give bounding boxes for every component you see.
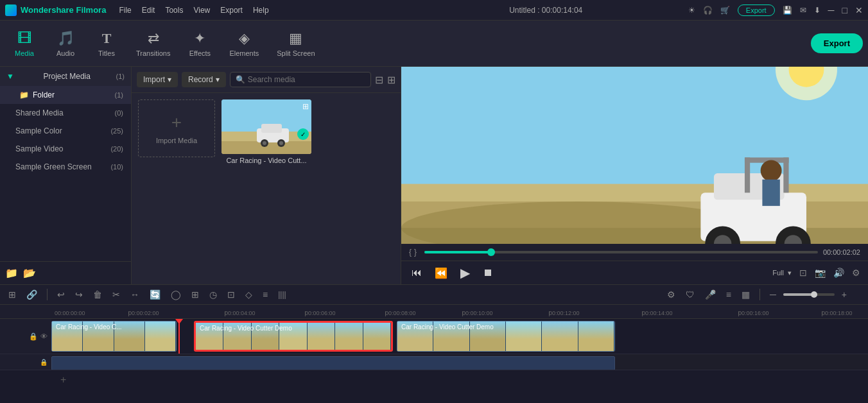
mail-icon[interactable]: ✉ (800, 6, 806, 15)
menu-file[interactable]: File (119, 6, 131, 15)
sidebar-item-sample-green-screen[interactable]: Sample Green Screen (10) (0, 158, 131, 176)
equalizer-button[interactable]: ≡ (259, 287, 271, 302)
audio-icon: 🎵 (57, 30, 74, 47)
maximize-button[interactable]: □ (842, 5, 847, 15)
audio-track-content (51, 354, 868, 370)
record-button[interactable]: Record ▾ (182, 72, 226, 87)
mic-button[interactable]: 🎤 (702, 287, 719, 302)
sidebar-item-shared-media[interactable]: Shared Media (0) (0, 104, 131, 122)
zoom-out-button[interactable]: ─ (767, 287, 779, 302)
zoom-slider[interactable] (783, 293, 835, 296)
rewind-button[interactable]: ⏮ (409, 264, 424, 282)
frames-button[interactable]: ▦ (738, 287, 753, 302)
minimize-button[interactable]: ─ (828, 5, 835, 15)
save-icon[interactable]: 💾 (783, 6, 792, 15)
filter-icon[interactable]: ⊟ (375, 74, 383, 86)
audio-track-row: 🔒 (0, 354, 868, 370)
full-screen-icon[interactable]: ⊡ (799, 268, 807, 278)
media-thumbnail-car-racing[interactable]: ⊞ ✓ Car Racing - Video Cutt... (221, 99, 311, 278)
zoom-control[interactable]: Full ▾ (772, 268, 792, 278)
eye-icon[interactable]: 👁 (40, 332, 48, 340)
progress-handle[interactable] (487, 248, 495, 256)
waveform-button[interactable]: |||| (275, 288, 289, 301)
close-button[interactable]: ✕ (855, 5, 863, 15)
menu-tools[interactable]: Tools (165, 6, 183, 15)
redo-button[interactable]: ↪ (72, 287, 86, 302)
camera-icon[interactable]: 📷 (815, 268, 826, 278)
undo-button[interactable]: ↩ (54, 287, 68, 302)
audio-lock-icon[interactable]: 🔒 (40, 359, 48, 366)
transform-button[interactable]: 🔄 (146, 287, 164, 302)
lock-icon[interactable]: 🔒 (29, 332, 38, 341)
clip-label: Car Racing - Video Cutt... (221, 157, 311, 164)
progress-bar[interactable] (424, 251, 818, 253)
new-folder-icon[interactable]: 📁 (5, 267, 18, 279)
zoom-in-button[interactable]: + (838, 287, 850, 302)
menu-export[interactable]: Export (220, 6, 243, 15)
delete-button[interactable]: 🗑 (90, 287, 105, 302)
sun-icon[interactable]: ☀ (688, 6, 695, 15)
cut-button[interactable]: ✂ (109, 287, 123, 302)
tool-split-screen[interactable]: ▦ Split Screen (269, 26, 322, 61)
headset-icon[interactable]: 🎧 (703, 6, 713, 15)
step-back-button[interactable]: ⏪ (432, 264, 450, 282)
cart-icon[interactable]: 🛒 (720, 6, 730, 15)
connect-button[interactable]: 🔗 (23, 287, 40, 302)
search-input[interactable] (248, 75, 365, 84)
menu-help[interactable]: Help (253, 6, 269, 15)
progress-fill (424, 251, 491, 253)
clip-2[interactable]: Car Racing - Video Cutter Demo (194, 321, 393, 352)
folder-open-icon[interactable]: 📂 (23, 267, 36, 279)
media-toolbar: Import ▾ Record ▾ 🔍 ⊟ ⊞ (132, 67, 401, 93)
menu-view[interactable]: View (193, 6, 210, 15)
tool-elements[interactable]: ◈ Elements (221, 26, 266, 61)
auto-button[interactable]: ◇ (242, 287, 256, 302)
svg-rect-22 (783, 157, 788, 193)
audio-clip-1[interactable] (51, 356, 615, 370)
tool-audio[interactable]: 🎵 Audio (46, 26, 85, 61)
color-button[interactable]: ◯ (168, 287, 184, 302)
sidebar-item-folder[interactable]: 📁 Folder (1) (0, 86, 131, 104)
video-track-row: 🔒 👁 Car Racing - Video C... (0, 319, 868, 354)
sidebar-item-sample-video[interactable]: Sample Video (20) (0, 140, 131, 158)
sample-green-screen-count: (10) (110, 163, 123, 171)
import-media-tile[interactable]: + Import Media (138, 99, 215, 157)
crop-button[interactable]: ↔ (127, 287, 143, 302)
volume-icon[interactable]: 🔊 (833, 268, 844, 278)
shield-button[interactable]: 🛡 (682, 287, 698, 302)
tool-media-label: Media (15, 49, 34, 57)
settings-button[interactable]: ⚙ (664, 287, 679, 302)
bracket-in-icon[interactable]: { (409, 248, 412, 257)
export-button[interactable]: Export (811, 33, 863, 53)
keyframe-button[interactable]: ⊡ (224, 287, 238, 302)
clip-3[interactable]: Car Racing - Video Cutter Demo (397, 321, 615, 352)
sidebar-item-sample-color[interactable]: Sample Color (25) (0, 122, 131, 140)
timer-button[interactable]: ◷ (206, 287, 220, 302)
clip-1[interactable]: Car Racing - Video C... (51, 321, 177, 352)
menu-edit[interactable]: Edit (142, 6, 155, 15)
tool-transitions[interactable]: ⇄ Transitions (128, 26, 178, 61)
split-button[interactable]: ⊞ (188, 287, 202, 302)
stop-button[interactable]: ⏹ (480, 264, 496, 282)
tool-titles[interactable]: T Titles (87, 26, 126, 61)
login-button[interactable]: Export (738, 4, 775, 16)
thumbnail-svg (221, 99, 311, 154)
tool-media[interactable]: 🎞 Media (5, 26, 44, 61)
list-button[interactable]: ≡ (723, 287, 734, 302)
tool-effects[interactable]: ✦ Effects (180, 26, 219, 61)
play-button[interactable]: ▶ (458, 264, 473, 282)
shared-media-label: Shared Media (15, 108, 115, 117)
import-button[interactable]: Import ▾ (137, 72, 178, 87)
settings-icon[interactable]: ⚙ (852, 268, 860, 278)
add-media-button[interactable]: ⊞ (5, 287, 19, 302)
right-preview-controls: Full ▾ ⊡ 📷 🔊 ⚙ (772, 268, 860, 278)
download-icon[interactable]: ⬇ (814, 6, 820, 15)
track-controls: 🔒 👁 (0, 319, 51, 354)
add-track-button[interactable]: + (56, 373, 70, 387)
sidebar-project-media[interactable]: ▼ Project Media (1) (0, 67, 131, 86)
zoom-label: Full (772, 269, 784, 277)
clip-frame (308, 323, 335, 350)
grid-view-icon[interactable]: ⊞ (387, 74, 395, 86)
folder-icon: 📁 (19, 90, 29, 99)
bracket-out-icon[interactable]: } (414, 248, 417, 257)
